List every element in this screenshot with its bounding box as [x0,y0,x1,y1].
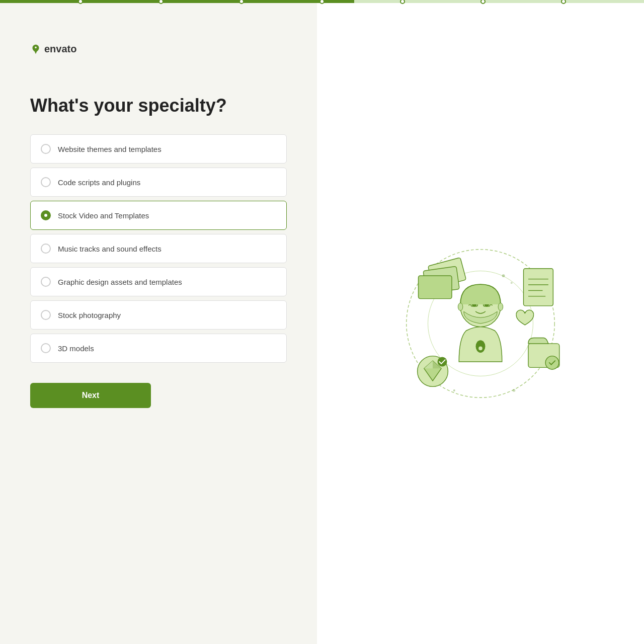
progress-dot-4 [319,0,325,4]
svg-point-11 [498,303,503,310]
left-panel: envato What's your specialty? Website th… [0,3,317,644]
specialty-illustration [385,228,576,419]
progress-dots [0,0,644,4]
svg-rect-18 [419,276,452,299]
option-item-opt6[interactable]: Stock photography [30,300,287,330]
progress-dot-5 [400,0,405,4]
svg-point-35 [453,389,455,391]
option-label-opt5: Graphic design assets and templates [58,278,182,286]
svg-point-13 [478,347,482,351]
svg-point-31 [502,274,505,277]
envato-logo-icon [30,44,41,55]
radio-opt5 [41,277,51,287]
next-button[interactable]: Next [30,383,151,408]
page-title: What's your specialty? [30,95,287,116]
svg-point-34 [513,389,516,392]
radio-opt7 [41,343,51,353]
options-list: Website themes and templatesCode scripts… [30,134,287,363]
svg-rect-19 [524,269,553,306]
option-label-opt2: Code scripts and plugins [58,178,140,187]
option-item-opt4[interactable]: Music tracks and sound effects [30,234,287,263]
progress-dot-2 [158,0,164,4]
option-item-opt5[interactable]: Graphic design assets and templates [30,267,287,296]
progress-dot-6 [480,0,486,4]
progress-bar [0,0,644,3]
svg-point-32 [511,282,513,284]
svg-point-12 [476,340,486,353]
progress-dot-7 [561,0,566,4]
radio-opt1 [41,144,51,154]
radio-opt4 [41,244,51,254]
progress-dot-1 [78,0,83,4]
main-layout: envato What's your specialty? Website th… [0,3,644,644]
option-label-opt3: Stock Video and Templates [58,211,149,220]
logo: envato [30,43,287,55]
option-item-opt2[interactable]: Code scripts and plugins [30,168,287,197]
option-label-opt6: Stock photography [58,311,121,319]
option-item-opt7[interactable]: 3D models [30,334,287,363]
logo-text: envato [44,43,76,55]
radio-opt2 [41,177,51,187]
svg-point-25 [545,356,559,370]
option-item-opt3[interactable]: Stock Video and Templates [30,201,287,230]
option-item-opt1[interactable]: Website themes and templates [30,134,287,164]
option-label-opt7: 3D models [58,344,94,353]
option-label-opt1: Website themes and templates [58,145,162,153]
svg-point-10 [458,303,463,310]
option-label-opt4: Music tracks and sound effects [58,245,162,253]
progress-dot-3 [239,0,244,4]
right-panel [317,3,644,644]
svg-point-33 [443,363,446,365]
radio-opt6 [41,310,51,320]
radio-opt3 [41,210,51,220]
